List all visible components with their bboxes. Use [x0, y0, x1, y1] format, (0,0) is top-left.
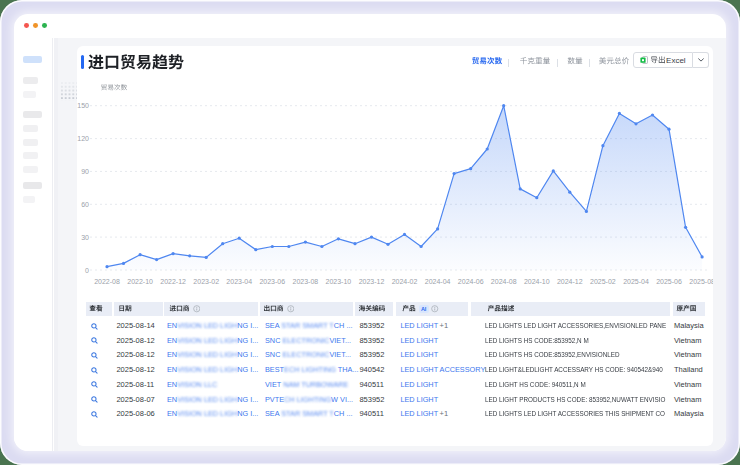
svg-text:2024-08: 2024-08: [491, 278, 517, 285]
svg-text:2023-02: 2023-02: [193, 278, 219, 285]
svg-text:60: 60: [81, 201, 89, 208]
svg-text:2023-06: 2023-06: [259, 278, 285, 285]
svg-text:120: 120: [77, 135, 89, 142]
svg-text:2024-04: 2024-04: [425, 278, 451, 285]
svg-text:2024-12: 2024-12: [557, 278, 583, 285]
svg-text:2024-10: 2024-10: [524, 278, 550, 285]
svg-text:30: 30: [81, 234, 89, 241]
svg-text:2022-08: 2022-08: [94, 278, 120, 285]
svg-text:2022-12: 2022-12: [160, 278, 186, 285]
svg-text:90: 90: [81, 168, 89, 175]
svg-text:2022-10: 2022-10: [127, 278, 153, 285]
svg-text:2025-06: 2025-06: [656, 278, 682, 285]
svg-text:2023-10: 2023-10: [326, 278, 352, 285]
svg-text:2025-02: 2025-02: [590, 278, 616, 285]
svg-text:2024-06: 2024-06: [458, 278, 484, 285]
svg-text:2023-12: 2023-12: [359, 278, 385, 285]
svg-text:2025-08: 2025-08: [689, 278, 713, 285]
svg-text:2024-02: 2024-02: [392, 278, 418, 285]
svg-text:2023-08: 2023-08: [293, 278, 319, 285]
svg-text:150: 150: [77, 102, 89, 109]
svg-text:0: 0: [85, 267, 89, 274]
svg-text:2023-04: 2023-04: [226, 278, 252, 285]
svg-text:2025-04: 2025-04: [623, 278, 649, 285]
